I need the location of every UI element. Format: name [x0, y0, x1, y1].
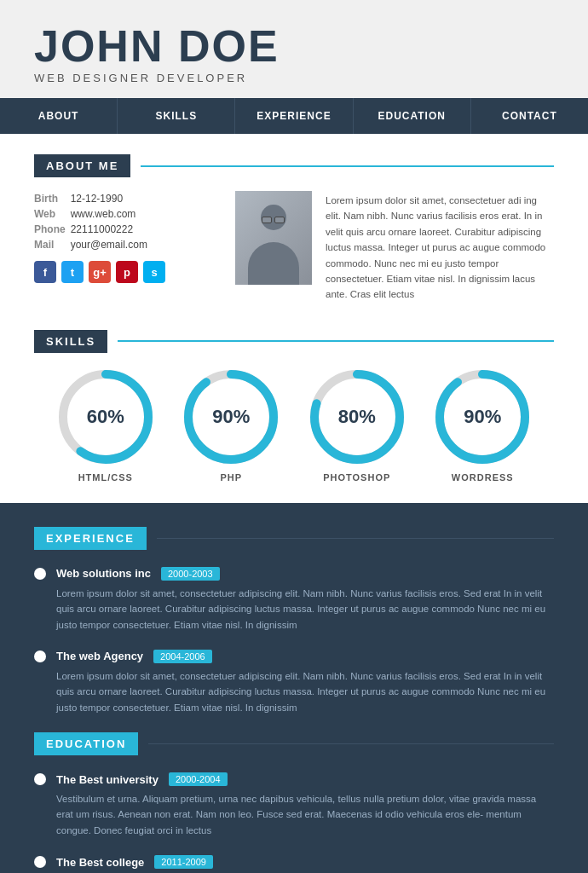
exp-company: Web solutions inc — [56, 567, 151, 580]
edu-years: 2011-2009 — [154, 855, 213, 869]
exp-years: 2000-2003 — [161, 567, 220, 581]
skills-charts: 60% HTML/CSS 90% PHP 80% PHOTOSHOP 90% W… — [34, 370, 554, 483]
experience-title: EXPERIENCE — [34, 527, 147, 550]
about-info: Birth 12-12-1990 Web www.web.com Phone 2… — [34, 191, 222, 252]
education-line — [148, 743, 554, 744]
about-section: ABOUT ME Birth 12-12-1990 Web www.web.co… — [0, 134, 588, 316]
skills-title: SKILLS — [34, 330, 107, 353]
web-label: Web — [34, 206, 71, 222]
exp-item-header: Web solutions inc 2000-2003 — [34, 567, 554, 581]
experience-list: Web solutions inc 2000-2003 Lorem ipsum … — [34, 567, 554, 715]
nav-education[interactable]: EDUCATION — [354, 98, 471, 134]
donut-percent: 90% — [464, 406, 501, 428]
experience-line — [157, 538, 554, 539]
edu-school: The Best university — [56, 773, 159, 786]
exp-description: Lorem ipsum dolor sit amet, consectetuer… — [34, 668, 554, 715]
skill-name: WORDRESS — [452, 472, 514, 483]
facebook-icon[interactable]: f — [34, 261, 56, 283]
education-item: The Best university 2000-2004 Vestibulum… — [34, 772, 554, 838]
edu-dot — [34, 773, 46, 785]
donut-percent: 80% — [338, 406, 376, 428]
experience-item: Web solutions inc 2000-2003 Lorem ipsum … — [34, 567, 554, 633]
header: JOHN DOE WEB DESIGNER DEVELOPER — [0, 0, 588, 84]
skill-item: 80% PHOTOSHOP — [310, 370, 404, 483]
donut-chart: 90% — [435, 370, 529, 464]
birth-value: 12-12-1990 — [71, 191, 153, 206]
about-content: Birth 12-12-1990 Web www.web.com Phone 2… — [34, 191, 554, 303]
about-bio: Lorem ipsum dolor sit amet, consectetuer… — [326, 191, 554, 303]
nav-experience[interactable]: EXPERIENCE — [235, 98, 353, 134]
education-item: The Best college 2011-2009 Aliquam dictu… — [34, 855, 554, 873]
education-header: EDUCATION — [34, 732, 554, 755]
skill-item: 90% PHP — [184, 370, 278, 483]
nav-skills[interactable]: SKILLS — [118, 98, 235, 134]
skills-section: SKILLS 60% HTML/CSS 90% PHP 80% PHOTOSHO… — [0, 316, 588, 503]
about-line — [141, 165, 554, 167]
skill-name: PHOTOSHOP — [323, 472, 390, 483]
person-title: WEB DESIGNER DEVELOPER — [34, 72, 554, 84]
about-header: ABOUT ME — [34, 154, 554, 177]
exp-item-header: The web Agency 2004-2006 — [34, 650, 554, 663]
edu-item-header: The Best university 2000-2004 — [34, 772, 554, 786]
donut-chart: 60% — [59, 370, 153, 464]
education-title: EDUCATION — [34, 732, 138, 755]
pinterest-icon[interactable]: p — [116, 261, 138, 283]
exp-company: The web Agency — [56, 650, 143, 662]
skype-icon[interactable]: s — [143, 261, 165, 283]
donut-chart: 90% — [184, 370, 278, 464]
skill-name: PHP — [220, 472, 242, 483]
experience-item: The web Agency 2004-2006 Lorem ipsum dol… — [34, 650, 554, 715]
experience-header: EXPERIENCE — [34, 527, 554, 550]
edu-dot — [34, 856, 46, 868]
photo-body — [248, 242, 299, 285]
mail-value: your@email.com — [71, 237, 153, 252]
edu-description: Vestibulum et urna. Aliquam pretium, urn… — [34, 791, 554, 838]
skill-name: HTML/CSS — [78, 472, 133, 483]
edu-school: The Best college — [56, 856, 144, 869]
donut-percent: 60% — [87, 406, 124, 428]
web-value: www.web.com — [71, 206, 153, 222]
skill-item: 90% WORDRESS — [435, 370, 529, 483]
mail-label: Mail — [34, 237, 71, 252]
social-icons: f t g+ p s — [34, 261, 222, 283]
edu-item-header: The Best college 2011-2009 — [34, 855, 554, 869]
donut-percent: 90% — [212, 406, 250, 428]
edu-years: 2000-2004 — [169, 772, 228, 786]
googleplus-icon[interactable]: g+ — [89, 261, 111, 283]
navigation: ABOUT SKILLS EXPERIENCE EDUCATION CONTAC… — [0, 98, 588, 134]
skills-header: SKILLS — [34, 330, 554, 353]
phone-label: Phone — [34, 222, 71, 237]
about-title: ABOUT ME — [34, 154, 130, 177]
exp-description: Lorem ipsum dolor sit amet, consectetuer… — [34, 586, 554, 633]
birth-label: Birth — [34, 191, 71, 206]
dark-section: EXPERIENCE Web solutions inc 2000-2003 L… — [0, 503, 588, 873]
skill-item: 60% HTML/CSS — [59, 370, 153, 483]
phone-value: 22111000222 — [71, 222, 153, 237]
nav-about[interactable]: ABOUT — [0, 98, 118, 134]
donut-chart: 80% — [310, 370, 404, 464]
about-left-col: Birth 12-12-1990 Web www.web.com Phone 2… — [34, 191, 222, 303]
skills-line — [118, 340, 554, 342]
person-name: JOHN DOE — [34, 24, 554, 68]
education-list: The Best university 2000-2004 Vestibulum… — [34, 772, 554, 873]
exp-dot — [34, 650, 46, 662]
exp-years: 2004-2006 — [153, 650, 212, 663]
exp-dot — [34, 568, 46, 580]
profile-photo — [235, 191, 312, 285]
nav-contact[interactable]: CONTACT — [471, 98, 588, 134]
twitter-icon[interactable]: t — [61, 261, 84, 283]
photo-glasses — [262, 217, 285, 223]
